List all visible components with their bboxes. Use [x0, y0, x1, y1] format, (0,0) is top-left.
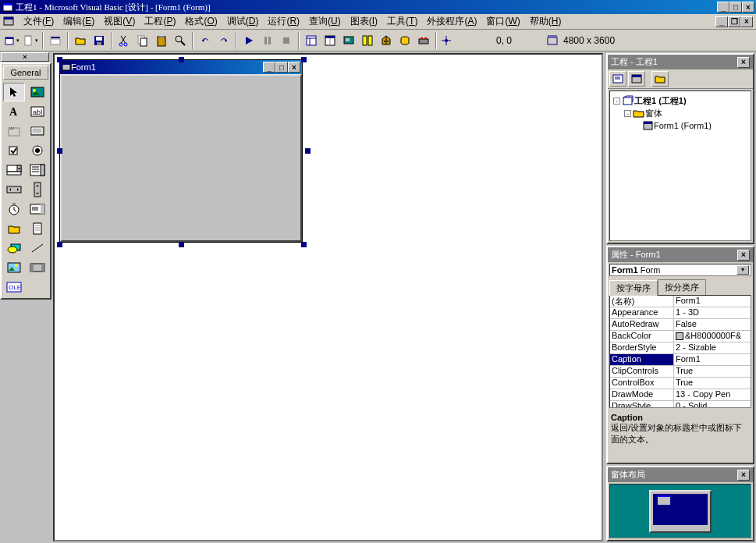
drivelistbox-tool[interactable]	[27, 200, 48, 218]
resize-handle-s[interactable]	[179, 242, 184, 247]
form-close-button[interactable]: ×	[288, 62, 300, 73]
component-manager-button[interactable]	[415, 32, 432, 49]
tree-node-forms-folder[interactable]: - 窗体	[613, 107, 747, 119]
expand-icon[interactable]: -	[624, 110, 631, 117]
ole-tool[interactable]: OLE	[3, 278, 25, 296]
property-grid[interactable]: (名称)Form1Appearance1 - 3DAutoRedrawFalse…	[609, 295, 751, 408]
resize-handle-se[interactable]	[301, 242, 307, 247]
resize-handle-w[interactable]	[57, 148, 62, 154]
redo-button[interactable]	[215, 32, 232, 49]
form1-client[interactable]	[60, 74, 302, 242]
form-layout-button[interactable]	[340, 32, 357, 49]
tab-alphabetic[interactable]: 按字母序	[609, 280, 658, 296]
property-row[interactable]: Appearance1 - 3D	[610, 307, 751, 319]
mdi-restore-button[interactable]: ❐	[728, 16, 740, 27]
menu-a[interactable]: 外接程序(A)	[422, 14, 481, 28]
layout-panel-titlebar[interactable]: 窗体布局 ×	[608, 467, 753, 482]
menu-o[interactable]: 格式(O)	[180, 14, 222, 28]
mdi-form-icon[interactable]	[3, 16, 16, 28]
toggle-folders-button[interactable]	[651, 71, 669, 87]
commandbutton-tool[interactable]	[27, 122, 48, 140]
menu-r[interactable]: 运行(R)	[263, 14, 304, 28]
line-tool[interactable]	[27, 239, 48, 257]
form-designer[interactable]: Form1 _ □ ×	[53, 53, 603, 541]
properties-panel-titlebar[interactable]: 属性 - Form1 ×	[608, 247, 753, 262]
properties-panel-close-button[interactable]: ×	[737, 250, 750, 261]
property-row[interactable]: ControlBoxTrue	[610, 378, 751, 389]
maximize-button[interactable]: □	[729, 2, 742, 12]
property-row[interactable]: DrawStyle0 - Solid	[610, 401, 751, 408]
pointer-tool[interactable]	[3, 83, 25, 101]
property-row[interactable]: BorderStyle2 - Sizable	[610, 342, 751, 354]
cut-button[interactable]	[115, 32, 133, 49]
property-value[interactable]: 1 - 3D	[674, 307, 751, 318]
add-item-button[interactable]: ▾	[22, 32, 39, 49]
property-value[interactable]: True	[674, 378, 751, 389]
property-row[interactable]: CaptionForm1	[610, 354, 751, 366]
menu-p[interactable]: 工程(P)	[140, 14, 180, 28]
copy-button[interactable]	[134, 32, 151, 49]
add-project-button[interactable]: ▾	[3, 32, 20, 49]
toolbox-tab[interactable]: General	[3, 66, 48, 80]
close-button[interactable]: ×	[742, 2, 754, 12]
combobox-tool[interactable]	[3, 161, 25, 179]
data-view-button[interactable]	[396, 32, 413, 49]
dirlistbox-tool[interactable]	[3, 219, 25, 238]
form1-window[interactable]: Form1 _ □ ×	[59, 59, 303, 243]
layout-preview[interactable]	[609, 484, 751, 538]
paste-button[interactable]	[153, 32, 170, 49]
save-button[interactable]	[91, 32, 108, 49]
toolbox-close-button[interactable]: ×	[1, 52, 49, 62]
resize-handle-e[interactable]	[305, 148, 311, 154]
project-tree[interactable]: - 工程1 (工程1) - 窗体 Form1 (Form1)	[609, 90, 751, 241]
break-button[interactable]	[259, 32, 276, 49]
menu-d[interactable]: 调试(D)	[222, 14, 264, 28]
menu-u[interactable]: 查询(U)	[304, 14, 346, 28]
property-value[interactable]: Form1	[674, 296, 751, 307]
property-value[interactable]: 0 - Solid	[674, 401, 751, 408]
checkbox-tool[interactable]	[3, 141, 25, 160]
vscrollbar-tool[interactable]	[27, 180, 48, 199]
start-button[interactable]	[240, 32, 257, 49]
property-value[interactable]: &H8000000F&	[674, 331, 751, 342]
find-button[interactable]	[172, 32, 189, 49]
shape-tool[interactable]	[3, 239, 25, 257]
property-value[interactable]: True	[674, 366, 751, 377]
project-explorer-button[interactable]	[303, 32, 320, 49]
form-maximize-button[interactable]: □	[275, 62, 288, 73]
menu-v[interactable]: 视图(V)	[99, 14, 140, 28]
optionbutton-tool[interactable]	[27, 141, 48, 160]
filelistbox-tool[interactable]	[27, 219, 48, 238]
menu-h[interactable]: 帮助(H)	[525, 14, 566, 28]
mdi-minimize-button[interactable]: _	[715, 16, 728, 27]
mdi-close-button[interactable]: ×	[740, 16, 753, 27]
toolbox-button[interactable]	[378, 32, 395, 49]
object-selector[interactable]: Form1 Form ▾	[609, 264, 751, 276]
label-tool[interactable]: A	[3, 102, 25, 121]
resize-handle-ne[interactable]	[301, 57, 307, 62]
tree-node-form1[interactable]: Form1 (Form1)	[613, 119, 747, 132]
menu-f[interactable]: 文件(F)	[19, 14, 59, 28]
menu-editor-button[interactable]	[47, 32, 64, 49]
project-panel-titlebar[interactable]: 工程 - 工程1 ×	[608, 55, 753, 69]
minimize-button[interactable]: _	[717, 2, 729, 12]
image-tool[interactable]	[3, 258, 25, 277]
open-button[interactable]	[72, 32, 89, 49]
property-row[interactable]: AutoRedrawFalse	[610, 319, 751, 331]
property-row[interactable]: DrawMode13 - Copy Pen	[610, 389, 751, 401]
property-value[interactable]: Form1	[674, 354, 751, 365]
view-object-button[interactable]	[628, 71, 645, 87]
data-tool[interactable]	[27, 258, 48, 277]
property-value[interactable]: 13 - Copy Pen	[674, 389, 751, 400]
property-value[interactable]: 2 - Sizable	[674, 342, 751, 353]
object-browser-button[interactable]	[359, 32, 376, 49]
property-row[interactable]: ClipControlsTrue	[610, 366, 751, 378]
mini-form[interactable]	[658, 495, 670, 505]
property-row[interactable]: BackColor&H8000000F&	[610, 331, 751, 342]
menu-e[interactable]: 编辑(E)	[59, 14, 99, 28]
property-row[interactable]: (名称)Form1	[610, 296, 751, 307]
properties-window-button[interactable]	[321, 32, 339, 49]
layout-panel-close-button[interactable]: ×	[737, 470, 750, 481]
timer-tool[interactable]	[3, 200, 25, 218]
form-minimize-button[interactable]: _	[263, 62, 275, 73]
